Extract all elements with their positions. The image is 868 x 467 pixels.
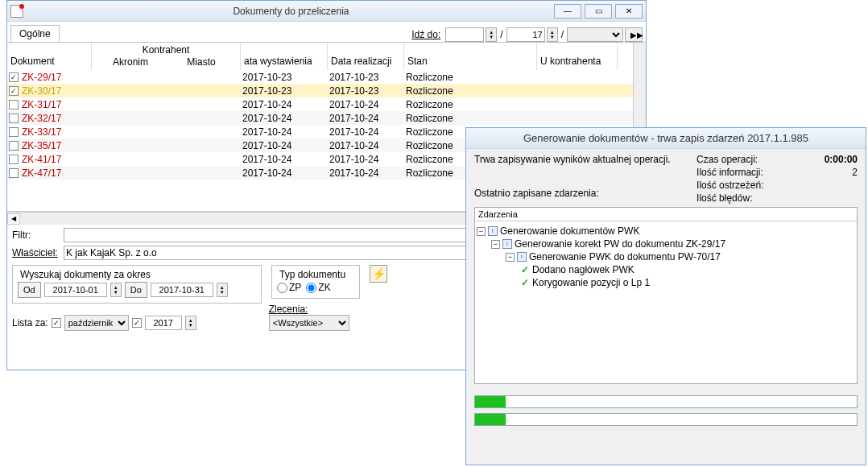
do-date-input[interactable] bbox=[151, 283, 213, 297]
doc-number: ZK-30/17 bbox=[22, 85, 61, 97]
cell-stan: Rozliczone bbox=[404, 99, 537, 110]
col-kontrahent-label: Kontrahent bbox=[95, 44, 237, 56]
tab-general[interactable]: Ogólne bbox=[10, 25, 60, 42]
tree-toggle-icon[interactable]: − bbox=[477, 227, 486, 236]
maximize-button[interactable]: ▭ bbox=[585, 4, 612, 19]
check-icon: ✓ bbox=[520, 264, 530, 275]
tree-node[interactable]: ✓ Dodano nagłówek PWK bbox=[520, 263, 855, 276]
tree-node[interactable]: ✓ Korygowanie pozycji o Lp 1 bbox=[520, 276, 855, 289]
hscroll-left-arrow[interactable]: ◀ bbox=[7, 213, 20, 225]
row-checkbox[interactable] bbox=[9, 168, 19, 178]
zlecenia-select[interactable]: <Wszystkie> bbox=[269, 315, 349, 331]
cell-data-real: 2017-10-24 bbox=[328, 113, 404, 124]
events-column-header[interactable]: Zdarzenia bbox=[475, 208, 857, 221]
radio-zp[interactable]: ZP bbox=[277, 282, 301, 293]
row-checkbox[interactable] bbox=[9, 155, 19, 164]
od-date-spin[interactable]: ▲▼ bbox=[110, 283, 122, 297]
col-data-wystawienia[interactable]: ata wystawienia bbox=[241, 43, 328, 70]
radio-zp-input[interactable] bbox=[277, 283, 287, 293]
row-checkbox[interactable] bbox=[9, 114, 19, 123]
period-legend: Wyszukaj dokumenty za okres bbox=[18, 269, 153, 280]
radio-zk-input[interactable] bbox=[306, 283, 316, 293]
cell-data-real: 2017-10-24 bbox=[328, 140, 404, 151]
radio-zk[interactable]: ZK bbox=[306, 282, 330, 293]
check-icon: ✓ bbox=[520, 277, 530, 288]
czas-value: 0:00:00 bbox=[825, 154, 858, 167]
doc-number: ZK-29/17 bbox=[22, 72, 61, 83]
cell-data-real: 2017-10-24 bbox=[328, 126, 404, 138]
progress-bar-1 bbox=[474, 395, 858, 408]
goto-month-input[interactable] bbox=[506, 27, 545, 42]
doc-type-fieldset: Typ dokumentu ZP ZK bbox=[271, 265, 360, 299]
generation-window: Generowanie dokumentów - trwa zapis zdar… bbox=[465, 127, 866, 465]
col-dokument[interactable]: Dokument bbox=[7, 43, 92, 70]
cell-data-wyst: 2017-10-24 bbox=[241, 113, 328, 124]
col-akronim[interactable]: Akronim bbox=[95, 56, 166, 68]
col-kontrahent[interactable]: Kontrahent Akronim Miasto bbox=[92, 43, 241, 70]
goto-label: Idź do: bbox=[411, 29, 440, 40]
warn-label: Ilość ostrzeżeń: bbox=[696, 180, 763, 192]
col-data-realizacji[interactable]: Data realizacji bbox=[328, 43, 404, 70]
events-label: Ostatnio zapisane zdarzenia: bbox=[474, 188, 689, 199]
close-button[interactable]: ✕ bbox=[615, 4, 643, 19]
tabs-row: Ogólne Idź do: ▲▼ / ▲▼ / ▶▶ bbox=[7, 22, 646, 43]
cell-data-wyst: 2017-10-24 bbox=[241, 154, 328, 165]
doc-type-legend: Typ dokumentu bbox=[277, 269, 348, 280]
tree-toggle-icon[interactable]: − bbox=[506, 253, 515, 262]
lista-year-input[interactable] bbox=[145, 316, 182, 330]
od-date-input[interactable] bbox=[44, 283, 107, 297]
do-date-spin[interactable]: ▲▼ bbox=[217, 283, 228, 297]
od-button[interactable]: Od bbox=[18, 282, 41, 298]
doc-icon: i bbox=[502, 239, 512, 249]
col-stan[interactable]: Stan bbox=[404, 43, 537, 70]
tree-node[interactable]: − i Generowanie korekt PW do dokumentu Z… bbox=[491, 238, 855, 250]
info-label: Ilość informacji: bbox=[696, 167, 763, 180]
events-tree-box: Zdarzenia − i Generowanie dokumentów PWK… bbox=[474, 207, 858, 384]
window-titlebar: Dokumenty do przeliczenia — ▭ ✕ bbox=[7, 1, 646, 22]
row-checkbox[interactable] bbox=[9, 141, 19, 151]
radio-zp-label: ZP bbox=[289, 282, 301, 293]
cell-dokument: ZK-47/17 bbox=[7, 167, 92, 179]
goto-month-spin[interactable]: ▲▼ bbox=[547, 27, 558, 42]
goto-day-input[interactable] bbox=[445, 27, 484, 42]
tree-node[interactable]: − i Generowanie dokumentów PWK bbox=[477, 225, 855, 238]
lista-za-label: Lista za: bbox=[12, 317, 48, 329]
do-button[interactable]: Do bbox=[125, 282, 147, 298]
minimize-button[interactable]: — bbox=[554, 4, 581, 19]
lista-month-select[interactable]: październik bbox=[64, 315, 129, 331]
row-checkbox[interactable]: ✓ bbox=[9, 86, 19, 96]
goto-year-select[interactable] bbox=[567, 27, 623, 42]
lista-year-spin[interactable]: ▲▼ bbox=[185, 316, 196, 330]
cell-data-real: 2017-10-23 bbox=[328, 85, 404, 97]
cell-data-wyst: 2017-10-24 bbox=[241, 140, 328, 151]
cell-dokument: ZK-32/17 bbox=[7, 113, 92, 124]
goto-apply-button[interactable]: ▶▶ bbox=[625, 27, 643, 42]
tree-node-label: Generowanie korekt PW do dokumentu ZK-29… bbox=[515, 238, 725, 250]
col-u-kontrahenta[interactable]: U kontrahenta bbox=[537, 43, 618, 70]
goto-day-spin[interactable]: ▲▼ bbox=[486, 27, 497, 42]
row-checkbox[interactable] bbox=[9, 100, 19, 110]
run-button[interactable]: ⚡ bbox=[370, 265, 387, 283]
col-miasto[interactable]: Miasto bbox=[166, 56, 237, 68]
cell-dokument: ✓ZK-30/17 bbox=[7, 85, 92, 97]
doc-number: ZK-33/17 bbox=[22, 126, 61, 138]
cell-stan: Rozliczone bbox=[404, 85, 537, 97]
cell-data-real: 2017-10-23 bbox=[328, 72, 404, 83]
cell-dokument: ZK-35/17 bbox=[7, 140, 92, 151]
table-row[interactable]: ZK-31/172017-10-242017-10-24Rozliczone bbox=[7, 97, 646, 111]
row-checkbox[interactable] bbox=[9, 127, 19, 137]
table-row[interactable]: ZK-32/172017-10-242017-10-24Rozliczone bbox=[7, 111, 646, 125]
tree-node-label: Generowanie dokumentów PWK bbox=[500, 225, 639, 237]
table-row[interactable]: ✓ZK-30/172017-10-232017-10-23Rozliczone bbox=[7, 84, 646, 97]
tree-node[interactable]: − i Generowanie PWK do dokumentu PW-70/1… bbox=[506, 250, 855, 263]
czas-label: Czas operacji: bbox=[696, 154, 758, 167]
lista-year-checkbox[interactable]: ✓ bbox=[132, 318, 142, 328]
cell-data-wyst: 2017-10-24 bbox=[241, 167, 328, 179]
table-row[interactable]: ✓ZK-29/172017-10-232017-10-23Rozliczone bbox=[7, 70, 646, 84]
row-checkbox[interactable]: ✓ bbox=[9, 72, 19, 82]
period-fieldset: Wyszukaj dokumenty za okres Od ▲▼ Do ▲▼ bbox=[12, 265, 262, 304]
lista-month-checkbox[interactable]: ✓ bbox=[52, 318, 61, 328]
cell-data-wyst: 2017-10-24 bbox=[241, 99, 328, 110]
tree-node-label: Dodano nagłówek PWK bbox=[532, 264, 634, 275]
tree-toggle-icon[interactable]: − bbox=[491, 240, 500, 249]
